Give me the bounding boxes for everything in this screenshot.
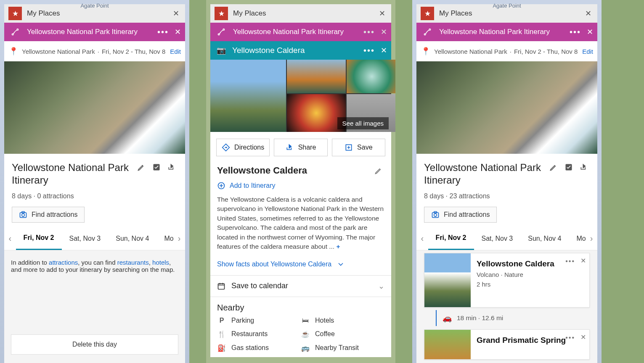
- nearby-gas[interactable]: ⛽Gas stations: [217, 344, 301, 352]
- image-gallery[interactable]: See all images: [210, 60, 391, 132]
- chevron-down-icon: [337, 260, 345, 268]
- svg-point-6: [218, 34, 220, 35]
- action-row: Directions Share Save: [210, 132, 391, 163]
- gas-icon: ⛽: [217, 344, 226, 352]
- close-icon[interactable]: ✕: [580, 333, 586, 341]
- hotels-link[interactable]: hotels: [152, 259, 169, 266]
- nearby-parking[interactable]: PParking: [217, 317, 301, 324]
- itinerary-card[interactable]: Grand Prismatic Spring ••• ✕: [424, 329, 590, 360]
- show-facts-button[interactable]: Show facts about Yellowstone Caldera: [210, 256, 391, 276]
- panel-caldera-detail: ★ My Places ✕ Yellowstone National Park …: [206, 0, 395, 363]
- save-to-calendar-button[interactable]: Save to calendar ⌄: [210, 276, 391, 297]
- gallery-image[interactable]: [287, 60, 346, 93]
- nearby-title: Nearby: [210, 297, 391, 314]
- delete-day-button[interactable]: Delete this day: [11, 334, 178, 355]
- route-icon: [421, 25, 434, 39]
- edit-icon[interactable]: [373, 165, 384, 176]
- gallery-image[interactable]: [210, 60, 286, 132]
- restaurants-link[interactable]: restaurants: [117, 259, 149, 266]
- itinerary-content: Yellowstone National Park Itinerary 8 da…: [4, 154, 185, 227]
- close-icon[interactable]: ✕: [580, 257, 586, 265]
- chevron-right-icon[interactable]: ›: [173, 234, 185, 243]
- close-icon[interactable]: ✕: [587, 27, 593, 37]
- tab-day-0[interactable]: Fri, Nov 2: [428, 227, 474, 250]
- nearby-restaurants[interactable]: 🍴Restaurants: [217, 330, 301, 338]
- close-icon[interactable]: ✕: [377, 7, 387, 20]
- close-icon[interactable]: ✕: [175, 27, 181, 37]
- itinerary-bar[interactable]: Yellowstone National Park Itinerary ••• …: [416, 23, 597, 41]
- caldera-bar-title: Yellowstone Caldera: [232, 46, 305, 55]
- edit-button[interactable]: Edit: [582, 48, 593, 55]
- date-range: Fri, Nov 2 - Thu, Nov 8: [514, 48, 578, 55]
- edit-button[interactable]: Edit: [170, 48, 181, 55]
- bed-icon: 🛏: [301, 317, 310, 324]
- more-icon[interactable]: •••: [568, 26, 583, 39]
- my-places-label: My Places: [27, 9, 60, 18]
- tab-day-0[interactable]: Fri, Nov 2: [16, 227, 62, 250]
- checklist-icon[interactable]: [151, 161, 162, 173]
- card-subtitle: Volcano · Nature: [477, 271, 583, 278]
- close-icon[interactable]: ✕: [381, 46, 387, 55]
- see-all-images-button[interactable]: See all images: [337, 117, 389, 129]
- share-icon[interactable]: [166, 161, 178, 173]
- edit-icon[interactable]: [548, 161, 559, 173]
- tab-day-2[interactable]: Sun, Nov 4: [108, 227, 156, 250]
- expand-description-button[interactable]: +: [336, 243, 340, 250]
- find-attractions-label: Find attractions: [444, 211, 490, 218]
- itinerary-title: Yellowstone National Park Itinerary: [233, 28, 344, 36]
- card-thumbnail: [424, 253, 471, 307]
- tab-day-1[interactable]: Sat, Nov 3: [474, 227, 521, 250]
- itinerary-bar[interactable]: Yellowstone National Park Itinerary ••• …: [4, 23, 185, 41]
- nearby-transit[interactable]: 🚌Nearby Transit: [301, 344, 384, 352]
- hero-image: [416, 61, 597, 154]
- more-icon[interactable]: •••: [362, 26, 376, 39]
- itinerary-title: Yellowstone National Park Itinerary: [439, 28, 550, 36]
- more-icon[interactable]: •••: [565, 334, 575, 342]
- edit-icon[interactable]: [135, 161, 147, 173]
- checklist-icon[interactable]: [563, 161, 575, 173]
- card-thumbnail: [424, 330, 471, 359]
- tab-day-1[interactable]: Sat, Nov 3: [62, 227, 109, 250]
- chevron-left-icon[interactable]: ‹: [416, 234, 428, 243]
- travel-segment[interactable]: 🚗 18 min · 12.6 mi: [436, 310, 590, 326]
- itinerary-card[interactable]: Yellowstone Caldera Volcano · Nature 2 h…: [424, 253, 590, 308]
- star-icon: ★: [8, 7, 22, 20]
- share-icon[interactable]: [578, 161, 590, 173]
- tab-day-3[interactable]: Mon: [156, 227, 173, 250]
- itinerary-title: Yellowstone National Park Itinerary: [27, 28, 138, 36]
- svg-point-12: [429, 29, 430, 30]
- find-attractions-button[interactable]: Find attractions: [424, 207, 497, 223]
- gallery-image[interactable]: [347, 60, 395, 93]
- add-to-itinerary-button[interactable]: Add to Itinerary: [210, 179, 391, 195]
- find-attractions-button[interactable]: Find attractions: [12, 207, 85, 223]
- tab-day-2[interactable]: Sun, Nov 4: [520, 227, 569, 250]
- itinerary-bar[interactable]: Yellowstone National Park Itinerary ••• …: [210, 23, 391, 41]
- map-label: Agate Point: [80, 3, 109, 9]
- more-icon[interactable]: •••: [362, 44, 376, 57]
- more-icon[interactable]: •••: [156, 26, 170, 39]
- place-bar: 📍 Yellowstone National Park · Fri, Nov 2…: [4, 41, 185, 61]
- tab-day-3[interactable]: Mon: [569, 227, 586, 250]
- nearby-grid: PParking 🛏Hotels 🍴Restaurants ☕Coffee ⛽G…: [210, 314, 391, 357]
- hint-text: In addition to attractions, you can find…: [11, 259, 178, 273]
- calendar-icon: [217, 282, 225, 290]
- directions-button[interactable]: Directions: [216, 139, 270, 156]
- close-icon[interactable]: ✕: [171, 7, 181, 20]
- star-icon: ★: [215, 7, 228, 20]
- close-icon[interactable]: ✕: [381, 27, 387, 37]
- coffee-icon: ☕: [301, 330, 310, 338]
- my-places-bar[interactable]: ★ My Places ✕: [210, 4, 391, 23]
- chevron-right-icon[interactable]: ›: [586, 234, 597, 243]
- caldera-title-row: Yellowstone Caldera: [210, 163, 391, 179]
- nearby-coffee[interactable]: ☕Coffee: [301, 330, 384, 338]
- save-button[interactable]: Save: [332, 139, 385, 156]
- svg-point-0: [12, 34, 13, 35]
- chevron-left-icon[interactable]: ‹: [4, 234, 16, 243]
- attractions-link[interactable]: attractions: [49, 259, 78, 266]
- parking-icon: P: [217, 317, 226, 324]
- more-icon[interactable]: •••: [565, 258, 575, 265]
- close-icon[interactable]: ✕: [583, 7, 593, 20]
- pin-icon: 📍: [421, 47, 431, 56]
- nearby-hotels[interactable]: 🛏Hotels: [301, 317, 384, 324]
- share-button[interactable]: Share: [274, 139, 327, 156]
